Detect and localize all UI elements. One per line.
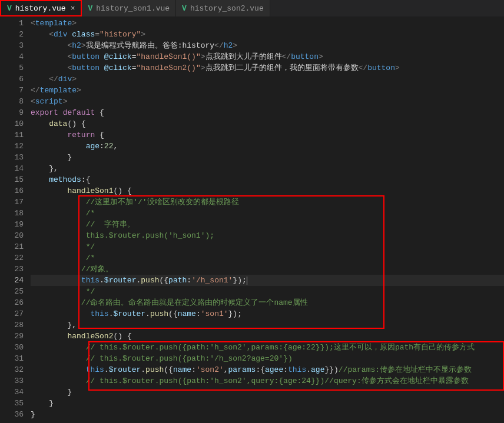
line-number: 31	[0, 353, 24, 364]
code-editor[interactable]: 1234567891011121314151617181920212223242…	[0, 16, 504, 423]
code-line: //对象。	[31, 264, 504, 275]
line-number: 34	[0, 387, 24, 398]
code-line: this.$router.push('h_son1');	[31, 230, 504, 241]
tab-label: history.vue	[15, 4, 66, 13]
code-area[interactable]: <template> <div class="history"> <h2>我是编…	[31, 16, 504, 423]
code-line: handleSon2() {	[31, 331, 504, 342]
code-line: handleSon1() {	[31, 185, 504, 196]
line-number: 19	[0, 219, 24, 230]
tab-bar: V history.vue × V history_son1.vue V his…	[0, 0, 504, 16]
line-number: 2	[0, 29, 24, 40]
code-line: */	[31, 241, 504, 252]
code-line-active: this.$router.push({path:'/h_son1'});	[31, 275, 504, 286]
line-number: 26	[0, 297, 24, 308]
line-number: 36	[0, 409, 24, 420]
vue-icon: V	[88, 4, 92, 13]
code-line: // this.$router.push({path:'h_son2',quer…	[31, 375, 504, 387]
code-line: <template>	[31, 18, 504, 29]
line-number: 35	[0, 398, 24, 409]
line-number: 14	[0, 163, 24, 174]
line-number: 30	[0, 342, 24, 353]
code-line: // 字符串。	[31, 219, 504, 230]
tab-history-son2-vue[interactable]: V history_son2.vue	[176, 0, 270, 16]
line-number: 23	[0, 264, 24, 275]
line-number: 3	[0, 40, 24, 51]
line-number: 1	[0, 18, 24, 29]
line-number: 21	[0, 241, 24, 252]
code-line: },	[31, 163, 504, 174]
line-number: 25	[0, 286, 24, 297]
line-number: 8	[0, 96, 24, 107]
code-line: }	[31, 152, 504, 163]
code-line: <button @click="handleSon2()">点我跳到二儿子的组件…	[31, 62, 504, 74]
code-line: //命名路由。命名路由就是在定义路由的时候定义了一个name属性	[31, 297, 504, 308]
line-number: 33	[0, 375, 24, 387]
code-line: /*	[31, 208, 504, 219]
code-line: this.$router.push({name:'son2',params:{a…	[31, 364, 504, 375]
tab-label: history_son2.vue	[190, 4, 264, 13]
line-number: 4	[0, 51, 24, 62]
code-line: },	[31, 319, 504, 331]
line-number: 29	[0, 331, 24, 342]
code-line: data() {	[31, 118, 504, 129]
code-line: */	[31, 286, 504, 297]
line-number: 27	[0, 308, 24, 319]
line-number: 5	[0, 62, 24, 74]
code-line: methods:{	[31, 174, 504, 185]
code-line: }	[31, 409, 504, 420]
code-line: }	[31, 387, 504, 398]
code-line: }	[31, 398, 504, 409]
code-line: //这里加不加'/'没啥区别改变的都是根路径	[31, 196, 504, 208]
code-line: <div class="history">	[31, 29, 504, 40]
code-line: /*	[31, 252, 504, 264]
line-number-gutter: 1234567891011121314151617181920212223242…	[0, 16, 31, 423]
vue-icon: V	[182, 4, 187, 13]
close-icon[interactable]: ×	[71, 4, 75, 13]
line-number: 9	[0, 107, 24, 118]
code-line: // this.$router.push({path:'h_son2',para…	[31, 342, 504, 353]
code-line: this.$router.push({name:'son1'});	[31, 308, 504, 319]
line-number: 12	[0, 141, 24, 152]
line-number: 22	[0, 252, 24, 264]
vue-icon: V	[7, 4, 12, 13]
line-number: 16	[0, 185, 24, 196]
line-number: 7	[0, 85, 24, 96]
tab-label: history_son1.vue	[96, 4, 170, 13]
code-line: </div>	[31, 74, 504, 85]
text-cursor	[247, 277, 247, 285]
code-line: export default {	[31, 107, 504, 118]
code-line: </template>	[31, 85, 504, 96]
line-number: 17	[0, 196, 24, 208]
code-line: <script>	[31, 96, 504, 107]
code-line: return {	[31, 129, 504, 141]
line-number: 10	[0, 118, 24, 129]
line-number: 24	[0, 275, 24, 286]
line-number: 6	[0, 74, 24, 85]
line-number: 18	[0, 208, 24, 219]
code-line: <h2>我是编程式导航路由。爸爸:history</h2>	[31, 40, 504, 51]
tab-history-vue[interactable]: V history.vue ×	[0, 0, 82, 16]
line-number: 20	[0, 230, 24, 241]
code-line: // this.$router.push({path:'/h_son2?age=…	[31, 353, 504, 364]
line-number: 15	[0, 174, 24, 185]
code-line: <button @click="handleSon1()">点我跳到大儿子的组件…	[31, 51, 504, 62]
line-number: 32	[0, 364, 24, 375]
line-number: 11	[0, 129, 24, 141]
line-number: 13	[0, 152, 24, 163]
line-number: 28	[0, 319, 24, 331]
tab-history-son1-vue[interactable]: V history_son1.vue	[82, 0, 176, 16]
code-line: age:22,	[31, 141, 504, 152]
